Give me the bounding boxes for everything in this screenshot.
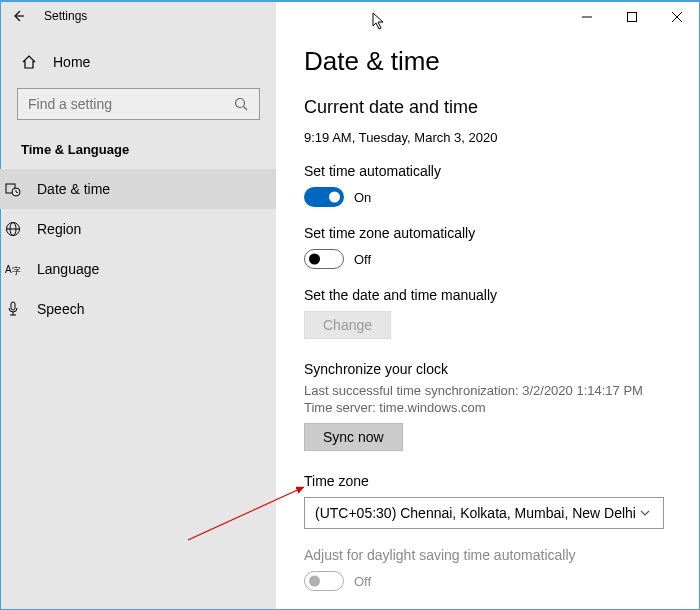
auto-tz-state: Off xyxy=(354,252,371,267)
svg-text:字: 字 xyxy=(12,266,21,276)
sidebar-item-label: Date & time xyxy=(37,181,110,197)
auto-time-state: On xyxy=(354,190,371,205)
svg-text:A: A xyxy=(5,264,12,275)
microphone-icon xyxy=(5,301,21,317)
sidebar-item-language[interactable]: A字 Language xyxy=(0,249,292,289)
language-icon: A字 xyxy=(5,261,21,277)
sidebar: Home Time & Language Date & time xyxy=(1,2,276,609)
back-icon[interactable] xyxy=(10,8,26,24)
svg-rect-16 xyxy=(11,302,15,310)
sidebar-item-date-time[interactable]: Date & time xyxy=(0,169,292,209)
timezone-value: (UTC+05:30) Chennai, Kolkata, Mumbai, Ne… xyxy=(315,505,636,521)
chevron-down-icon xyxy=(637,505,653,521)
main-content: Date & time Current date and time 9:19 A… xyxy=(276,2,699,609)
sidebar-item-region[interactable]: Region xyxy=(0,209,292,249)
sidebar-item-label: Region xyxy=(37,221,81,237)
auto-tz-toggle[interactable] xyxy=(304,249,344,269)
search-box[interactable] xyxy=(17,88,260,120)
clock-calendar-icon xyxy=(5,181,21,197)
globe-icon xyxy=(5,221,21,237)
manual-datetime-label: Set the date and time manually xyxy=(304,287,671,303)
home-icon xyxy=(21,54,37,70)
current-datetime-title: Current date and time xyxy=(304,97,671,118)
window-title: Settings xyxy=(44,9,87,23)
nav-home-label: Home xyxy=(53,54,90,70)
current-datetime-value: 9:19 AM, Tuesday, March 3, 2020 xyxy=(304,130,671,145)
change-button: Change xyxy=(304,311,391,339)
maximize-button[interactable] xyxy=(609,2,654,32)
sidebar-item-label: Language xyxy=(37,261,99,277)
dst-label: Adjust for daylight saving time automati… xyxy=(304,547,671,563)
svg-line-6 xyxy=(244,107,248,111)
auto-time-label: Set time automatically xyxy=(304,163,671,179)
nav-home[interactable]: Home xyxy=(17,46,260,78)
auto-time-toggle[interactable] xyxy=(304,187,344,207)
timezone-title: Time zone xyxy=(304,473,671,489)
svg-rect-2 xyxy=(627,13,636,22)
dst-toggle xyxy=(304,571,344,591)
sync-server-info: Time server: time.windows.com xyxy=(304,400,671,415)
sync-now-button[interactable]: Sync now xyxy=(304,423,403,451)
titlebar: Settings xyxy=(0,0,700,32)
auto-tz-label: Set time zone automatically xyxy=(304,225,671,241)
timezone-dropdown[interactable]: (UTC+05:30) Chennai, Kolkata, Mumbai, Ne… xyxy=(304,497,664,529)
minimize-button[interactable] xyxy=(564,2,609,32)
svg-point-5 xyxy=(236,99,245,108)
search-input[interactable] xyxy=(28,96,233,112)
sync-last-info: Last successful time synchronization: 3/… xyxy=(304,383,671,398)
page-title: Date & time xyxy=(304,46,671,77)
dst-state: Off xyxy=(354,574,371,589)
sync-title: Synchronize your clock xyxy=(304,361,671,377)
sidebar-item-speech[interactable]: Speech xyxy=(0,289,292,329)
search-icon xyxy=(233,96,249,112)
sidebar-section-label: Time & Language xyxy=(17,138,260,169)
sidebar-item-label: Speech xyxy=(37,301,84,317)
close-button[interactable] xyxy=(654,2,699,32)
